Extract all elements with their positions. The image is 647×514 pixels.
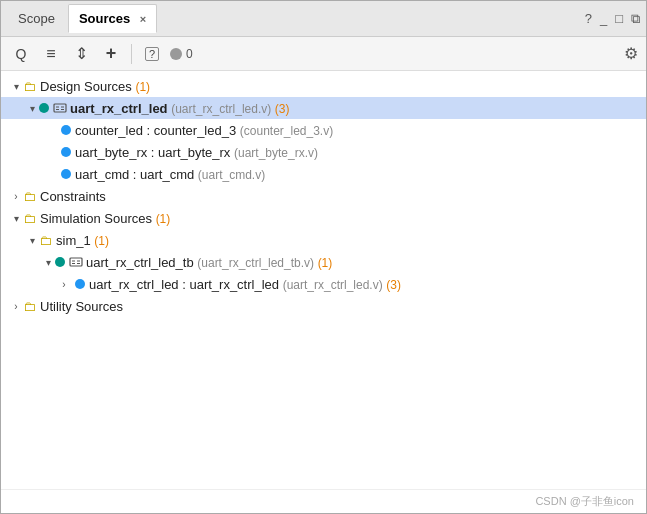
expand-all-icon: ⇕ [75, 44, 88, 63]
status-dot [170, 48, 182, 60]
expand-icon [41, 125, 55, 136]
tab-bar-right: ? _ □ ⧉ [585, 11, 640, 27]
tab-bar-left: Scope Sources × [7, 4, 157, 33]
circle-dot-icon [61, 125, 71, 135]
tree-item-uart-rx-ctrl-led-tb[interactable]: ▾ uart_rx_ctrl_led_tb (uart_rx_ctrl_led_… [1, 251, 646, 273]
minimize-button[interactable]: _ [600, 11, 607, 26]
main-window: Scope Sources × ? _ □ ⧉ Q ≡ ⇕ [0, 0, 647, 514]
tree-item-uart-cmd[interactable]: uart_cmd : uart_cmd (uart_cmd.v) [1, 163, 646, 185]
item-label: uart_cmd : uart_cmd (uart_cmd.v) [75, 167, 265, 182]
tree-item-design-sources[interactable]: ▾ 🗀 Design Sources (1) [1, 75, 646, 97]
tree-item-uart-rx-ctrl-led[interactable]: ▾ uart_rx_ctrl_led (uart_rx_ctrl_led.v) … [1, 97, 646, 119]
tab-bar: Scope Sources × ? _ □ ⧉ [1, 1, 646, 37]
tab-scope[interactable]: Scope [7, 4, 66, 33]
filename: (uart_rx_ctrl_led.v) [283, 278, 383, 292]
expand-icon: ▾ [9, 81, 23, 92]
help-button[interactable]: ? [585, 11, 592, 26]
tree-item-constraints[interactable]: › 🗀 Constraints [1, 185, 646, 207]
toolbar: Q ≡ ⇕ + ? 0 ⚙ [1, 37, 646, 71]
circle-dot-icon [55, 257, 65, 267]
toolbar-left: Q ≡ ⇕ + ? 0 [9, 42, 193, 66]
item-label: uart_rx_ctrl_led (uart_rx_ctrl_led.v) (3… [70, 101, 290, 116]
item-count: (3) [275, 102, 290, 116]
filename: (uart_rx_ctrl_led.v) [171, 102, 271, 116]
info-icon: ? [145, 47, 159, 61]
expand-icon: › [9, 301, 23, 312]
restore-button[interactable]: □ [615, 11, 623, 26]
circle-dot-icon [39, 103, 49, 113]
expand-all-button[interactable]: ⇕ [69, 42, 93, 66]
schematic-icon [69, 255, 83, 269]
circle-dot-icon [75, 279, 85, 289]
search-icon: Q [16, 46, 27, 62]
item-label: Simulation Sources (1) [40, 211, 170, 226]
item-count: (1) [318, 256, 333, 270]
item-count: (1) [135, 80, 150, 94]
status-count: 0 [186, 47, 193, 61]
expand-icon: › [57, 279, 71, 290]
filename: (uart_byte_rx.v) [234, 146, 318, 160]
tree-item-counter-led[interactable]: counter_led : counter_led_3 (counter_led… [1, 119, 646, 141]
schematic-icon [53, 101, 67, 115]
tab-sources[interactable]: Sources × [68, 4, 157, 33]
expand-icon: ▾ [25, 235, 39, 246]
item-label: uart_rx_ctrl_led_tb (uart_rx_ctrl_led_tb… [86, 255, 332, 270]
item-count: (3) [386, 278, 401, 292]
folder-icon: 🗀 [23, 299, 36, 314]
item-label: sim_1 (1) [56, 233, 109, 248]
status-badge: 0 [170, 47, 193, 61]
folder-icon: 🗀 [23, 211, 36, 226]
expand-icon: ▾ [41, 257, 55, 268]
tree-area[interactable]: ▾ 🗀 Design Sources (1) ▾ uart_rx_ctrl_le [1, 71, 646, 489]
add-button[interactable]: + [99, 42, 123, 66]
item-count: (1) [156, 212, 171, 226]
tree-item-simulation-sources[interactable]: ▾ 🗀 Simulation Sources (1) [1, 207, 646, 229]
folder-icon: 🗀 [23, 79, 36, 94]
item-label: Design Sources (1) [40, 79, 150, 94]
gear-button[interactable]: ⚙ [624, 44, 638, 63]
item-label: counter_led : counter_led_3 (counter_led… [75, 123, 333, 138]
expand-icon [41, 147, 55, 158]
add-icon: + [106, 43, 117, 64]
tree-item-utility-sources[interactable]: › 🗀 Utility Sources [1, 295, 646, 317]
info-button[interactable]: ? [140, 42, 164, 66]
watermark-text: CSDN @子非鱼icon [535, 494, 634, 509]
item-label: Utility Sources [40, 299, 123, 314]
item-label: Constraints [40, 189, 106, 204]
collapse-all-button[interactable]: ≡ [39, 42, 63, 66]
expand-icon [41, 169, 55, 180]
tree-item-uart-rx-ctrl-led-inst[interactable]: › uart_rx_ctrl_led : uart_rx_ctrl_led (u… [1, 273, 646, 295]
folder-icon: 🗀 [39, 233, 52, 248]
filename: (uart_rx_ctrl_led_tb.v) [197, 256, 314, 270]
item-label: uart_byte_rx : uart_byte_rx (uart_byte_r… [75, 145, 318, 160]
tab-close-icon[interactable]: × [140, 13, 146, 25]
popout-button[interactable]: ⧉ [631, 11, 640, 27]
svg-rect-5 [70, 258, 82, 266]
folder-icon: 🗀 [23, 189, 36, 204]
gear-icon: ⚙ [624, 45, 638, 62]
tree-item-uart-byte-rx[interactable]: uart_byte_rx : uart_byte_rx (uart_byte_r… [1, 141, 646, 163]
collapse-all-icon: ≡ [46, 45, 55, 63]
module-name: uart_rx_ctrl_led [70, 101, 168, 116]
circle-dot-icon [61, 147, 71, 157]
expand-icon: ▾ [9, 213, 23, 224]
item-count: (1) [94, 234, 109, 248]
circle-dot-icon [61, 169, 71, 179]
expand-icon: ▾ [25, 103, 39, 114]
svg-rect-0 [54, 104, 66, 112]
tree-item-sim-1[interactable]: ▾ 🗀 sim_1 (1) [1, 229, 646, 251]
filename: (uart_cmd.v) [198, 168, 265, 182]
toolbar-divider [131, 44, 132, 64]
item-label: uart_rx_ctrl_led : uart_rx_ctrl_led (uar… [89, 277, 401, 292]
search-button[interactable]: Q [9, 42, 33, 66]
filename: (counter_led_3.v) [240, 124, 333, 138]
expand-icon: › [9, 191, 23, 202]
footer: CSDN @子非鱼icon [1, 489, 646, 513]
